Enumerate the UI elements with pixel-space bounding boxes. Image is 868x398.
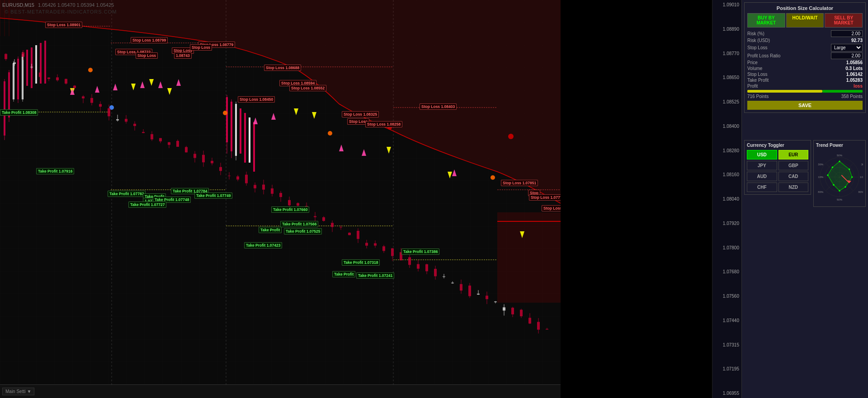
points-row: 716 Points 358 Points [747,94,863,99]
svg-rect-202 [528,318,531,323]
sl-label-12: Stop Loss 1.08325 [342,111,379,117]
svg-rect-120 [176,141,179,147]
sl-label-9: Stop Loss 1.08552 [289,85,326,91]
svg-rect-196 [503,307,505,310]
svg-rect-188 [468,286,471,296]
svg-rect-98 [82,96,85,98]
svg-text:10%: 10% [860,176,863,178]
currency-usd-button[interactable]: USD [747,150,777,159]
tp-label-17: Take Profit [332,271,355,277]
pl-ratio-label: Profit Loss Ratio [747,53,780,58]
currency-nzd-button[interactable]: NZD [778,183,809,192]
svg-rect-126 [202,155,205,163]
svg-rect-82 [13,62,16,64]
currency-jpy-button[interactable]: JPY [747,161,777,170]
tp-label-9: Take Profit 1.07727 [128,201,166,208]
svg-rect-30 [253,122,255,172]
symbol-label: EURUSD,M15 [2,2,34,8]
tp-label-12: Take Profit [259,227,282,233]
volume-row: Volume 0.3 Lots [747,66,863,71]
sl-label-1: Stop Loss 1.08901 [45,22,82,28]
currency-aud-button[interactable]: AUD [747,172,777,181]
price-scale: 1.09010 1.08890 1.08770 1.08650 1.08525 … [712,0,741,398]
svg-rect-27 [240,108,241,154]
price-16: 1.07195 [713,366,741,371]
profit-value: loss [854,84,863,89]
currency-cad-button[interactable]: CAD [778,172,809,181]
svg-rect-92 [56,77,59,80]
svg-rect-186 [460,284,462,290]
buy-by-market-button[interactable]: BUY BY MARKET [747,13,785,28]
tp-price-label: Take Profit [747,78,769,83]
svg-rect-144 [279,193,282,197]
chart-svg[interactable]: // This won't execute in SVG context, ha… [0,0,561,398]
svg-rect-198 [511,308,514,314]
price-9: 1.08040 [713,197,741,201]
volume-label: Volume [747,66,762,71]
trend-panel: Trend Power 50% 30% 10% 10% 50% [813,140,866,207]
risk-pct-label: Risk (%) [747,31,764,36]
save-button[interactable]: SAVE [747,101,863,110]
svg-text:10%: 10% [818,176,824,178]
svg-rect-182 [443,276,445,277]
sl-label-11: Stop Loss 1.08403 [420,103,457,110]
price-14: 1.07440 [713,318,741,323]
svg-rect-18 [44,41,46,84]
sl-label-5b: 1.08743 [174,52,192,59]
svg-rect-138 [254,185,256,188]
svg-rect-80 [5,54,7,59]
svg-rect-100 [90,98,93,103]
price-8: 1.08160 [713,172,741,177]
price-1: 1.09010 [713,2,741,7]
svg-rect-106 [116,119,119,120]
progress-bar-green [822,90,863,93]
svg-rect-148 [297,203,299,206]
svg-point-228 [851,176,853,178]
psc-buttons: BUY BY MARKET HOLD/WAIT SELL BY MARKET [747,13,863,28]
tp-label-16: Take Profit 1.07386 [401,248,439,255]
svg-point-230 [839,190,840,192]
sl-label-15: Stop Loss 1.07851 [501,180,538,186]
tp-label-1: Take Profit 1.08308 [0,109,38,116]
svg-rect-116 [159,138,162,141]
hold-wait-button[interactable]: HOLD/WAIT [786,13,824,28]
svg-rect-204 [537,322,540,330]
svg-rect-102 [99,104,102,107]
svg-rect-194 [494,301,497,302]
sl-price-row: Stop Loss 1.06142 [747,72,863,77]
currency-grid: USD EUR JPY GBP AUD CAD CHF NZD [747,150,808,192]
currency-eur-button[interactable]: EUR [778,150,809,159]
volume-value: 0.3 Lots [845,66,863,71]
svg-text:50%: 50% [837,198,843,201]
currency-panel: Currency Toggler USD EUR JPY GBP AUD CAD… [744,140,811,195]
tp-label-14: Take Profit 1.07423 [244,242,282,248]
risk-pct-input[interactable] [831,30,863,37]
svg-rect-86 [30,67,33,67]
svg-point-63 [491,175,495,180]
price-11: 1.07800 [713,245,741,250]
currency-chf-button[interactable]: CHF [747,183,777,192]
sell-by-market-button[interactable]: SELL BY MARKET [825,13,863,28]
sl-label-14: Stop Loss 1.08258 [365,121,402,127]
chart-container: EURUSD,M15 1.05426 1.05470 1.05394 1.054… [0,0,561,398]
svg-rect-88 [39,73,42,77]
psc-title: Position Size Calculator [747,5,863,11]
sl-price-label: Stop Loss [747,72,767,77]
price-2: 1.08890 [713,27,741,32]
stop-loss-select[interactable]: Large Medium Small [831,44,863,52]
trend-title: Trend Power [816,143,863,148]
main-settings-button[interactable]: Main Setti ▼ [2,388,34,395]
pl-ratio-input[interactable] [831,52,863,59]
tp-label-11: Take Profit 1.07566 [280,221,318,227]
tp-label-8: Take Profit 1.07749 [194,192,232,199]
svg-rect-152 [314,216,316,217]
price-4: 1.08650 [713,75,741,80]
currency-gbp-button[interactable]: GBP [778,161,809,170]
svg-rect-176 [417,264,420,269]
svg-rect-96 [73,86,76,88]
svg-rect-184 [451,283,454,283]
profit-row: Profit loss [747,84,863,89]
svg-rect-164 [365,243,368,246]
tp-price-row: Take Profit 1.05283 [747,78,863,83]
svg-point-227 [849,169,850,170]
